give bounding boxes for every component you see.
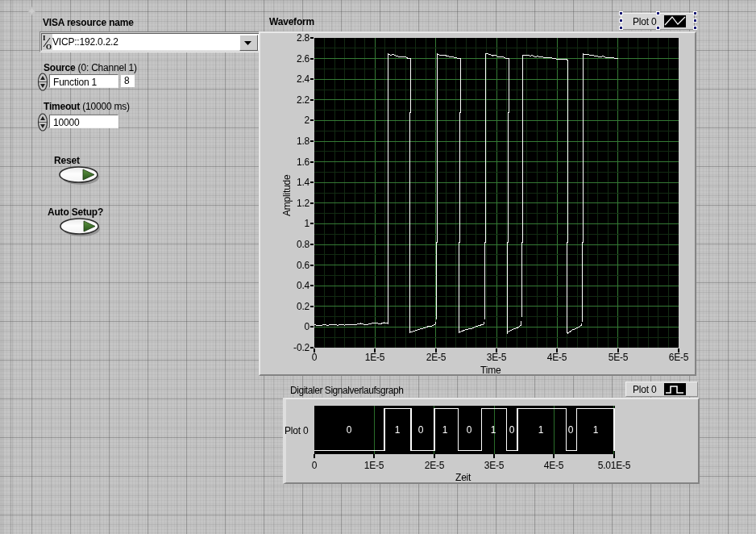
svg-text:O: O <box>46 43 52 50</box>
svg-text:I: I <box>43 34 46 42</box>
